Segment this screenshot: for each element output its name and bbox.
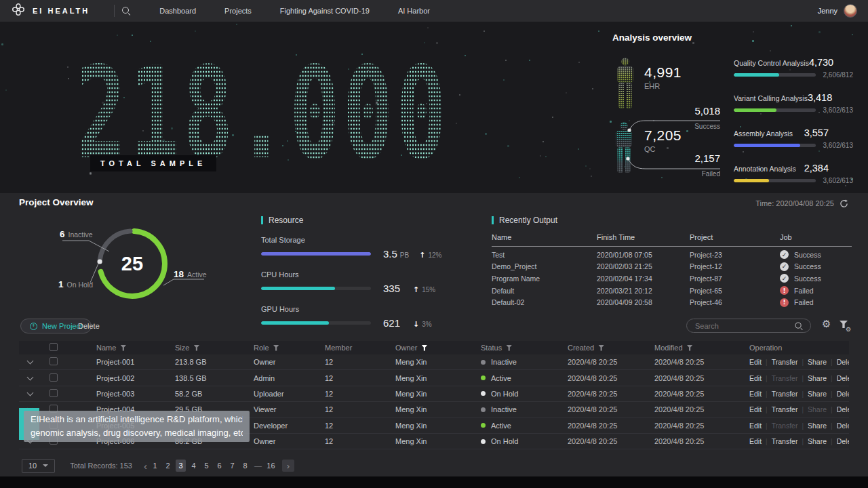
job-status-icon <box>780 298 789 307</box>
op-edit-link[interactable]: Edit <box>749 405 762 413</box>
recently-output-row: Demo_Project 2020/02/03 21:25 Project-12… <box>492 261 852 273</box>
op-edit-link[interactable]: Edit <box>749 374 762 382</box>
op-transfer-link[interactable]: Transfer <box>772 358 798 366</box>
tooltip-line-2: genomic analysis, drug discovery, medica… <box>31 426 243 440</box>
star-dot <box>753 31 754 33</box>
cell-name: Project-001 <box>77 358 156 366</box>
chevron-down-icon[interactable] <box>27 390 34 396</box>
project-status-donut: 25 6Inactive 1On Hold 18Active <box>37 220 261 322</box>
star-dot <box>552 117 553 118</box>
total-sample-label: TOTAL SAMPLE <box>90 155 216 171</box>
row-checkbox[interactable] <box>50 389 58 397</box>
op-share-link[interactable]: Share <box>808 358 827 366</box>
chevron-down-icon[interactable] <box>27 358 34 364</box>
page-button-active[interactable]: 3 <box>176 460 186 472</box>
filter-settings-icon[interactable]: ⚙ <box>840 321 850 331</box>
op-edit-link[interactable]: Edit <box>749 422 762 430</box>
page-button[interactable]: 16 <box>266 462 276 470</box>
filter-funnel-icon[interactable] <box>273 345 279 351</box>
row-checkbox[interactable] <box>50 373 58 382</box>
output-job: Success <box>780 274 852 283</box>
recently-output-column: Job <box>780 233 852 241</box>
op-transfer-link[interactable]: Transfer <box>772 390 798 398</box>
op-edit-link[interactable]: Edit <box>749 437 762 445</box>
nav-item-fighting-against-covid-19[interactable]: Fighting Against COVID-19 <box>280 7 370 15</box>
nav-item-dashboard[interactable]: Dashboard <box>159 7 196 15</box>
page-size-select[interactable]: 10 <box>22 459 55 473</box>
cell-owner: Meng Xin <box>376 358 462 366</box>
search-icon[interactable] <box>795 321 804 330</box>
page-button[interactable]: 2 <box>163 462 173 470</box>
op-delete-link[interactable]: Delete <box>837 422 849 430</box>
cell-member: 12 <box>306 437 376 445</box>
mini-gear-icon: ⚙ <box>846 327 851 333</box>
output-project: Project-65 <box>690 287 780 295</box>
filter-funnel-icon[interactable] <box>598 345 604 351</box>
next-page-button[interactable]: › <box>282 460 294 472</box>
row-checkbox[interactable] <box>50 357 58 365</box>
op-transfer-link[interactable]: Transfer <box>772 405 798 413</box>
job-status-text: Failed <box>794 298 814 306</box>
stat-ratio: 3,602/613 <box>823 106 854 114</box>
resource-value: 621 <box>383 317 400 329</box>
table-row: Project-001 213.8 GB Owner 12 Meng Xin I… <box>19 354 849 370</box>
op-share-link[interactable]: Share <box>808 422 827 430</box>
op-delete-link[interactable]: Delete <box>837 358 849 366</box>
page-button[interactable]: 5 <box>201 462 212 470</box>
op-transfer-link[interactable]: Transfer <box>772 437 798 445</box>
op-delete-link[interactable]: Delete <box>837 390 849 398</box>
filter-funnel-icon[interactable] <box>506 345 512 351</box>
resource-label: GPU Hours <box>261 305 461 313</box>
filter-funnel-icon[interactable] <box>421 345 427 351</box>
select-all-checkbox[interactable] <box>50 343 58 351</box>
nav-item-ai-harbor[interactable]: AI Harbor <box>398 7 430 15</box>
filter-funnel-icon[interactable] <box>120 345 126 351</box>
page-button[interactable]: 1 <box>150 462 160 470</box>
chevron-down-icon[interactable] <box>27 374 34 380</box>
recently-output-header: NameFinish TimeProjectJob <box>492 233 852 247</box>
analysis-stat: Variant Calling Analysis 3,418 3,602/613 <box>734 92 853 114</box>
stat-ratio: 2,606/812 <box>823 71 854 79</box>
search-icon[interactable] <box>121 6 131 16</box>
column-label: Name <box>96 344 116 352</box>
stat-progress-bar <box>734 179 816 182</box>
status-text: On Hold <box>491 390 518 398</box>
status-dot <box>481 439 486 444</box>
delete-button[interactable]: Delete <box>78 322 100 330</box>
op-separator: | <box>802 422 804 430</box>
user-name[interactable]: Jenny <box>818 7 837 15</box>
job-status-text: Failed <box>794 287 814 295</box>
output-finish-time: 2020/04/09 20:58 <box>597 298 690 306</box>
op-edit-link[interactable]: Edit <box>749 390 762 398</box>
op-share-link[interactable]: Share <box>808 437 827 445</box>
nav-divider <box>114 5 115 17</box>
star-dot <box>591 176 592 177</box>
filter-funnel-icon[interactable] <box>687 345 693 351</box>
page-button[interactable]: 6 <box>214 462 224 470</box>
op-delete-link[interactable]: Delete <box>837 437 849 445</box>
search-input[interactable] <box>694 321 794 331</box>
page-button[interactable]: 4 <box>189 462 199 470</box>
chevron-down-icon <box>43 464 48 467</box>
op-edit-link[interactable]: Edit <box>749 358 762 366</box>
cell-operations: Edit|Transfer|Share|Delete <box>730 390 849 398</box>
column-label: Created <box>568 344 594 352</box>
star-dot <box>503 79 505 81</box>
filter-funnel-icon[interactable] <box>193 345 199 351</box>
status-text: Active <box>491 422 511 430</box>
page-button[interactable]: 8 <box>240 462 250 470</box>
op-share-link[interactable]: Share <box>808 374 827 382</box>
nav-item-projects[interactable]: Projects <box>224 7 252 15</box>
status-text: Inactive <box>491 358 517 366</box>
avatar[interactable] <box>844 4 857 18</box>
op-delete-link[interactable]: Delete <box>837 405 849 413</box>
page-button[interactable]: 7 <box>227 462 237 470</box>
gear-icon[interactable]: ⚙ <box>822 319 831 329</box>
refresh-icon[interactable] <box>839 199 849 209</box>
arrow-up-icon: ↑ <box>413 285 419 294</box>
resource-item: Total Storage 3.5 PB ↑ 12% <box>261 236 461 260</box>
op-delete-link[interactable]: Delete <box>837 374 849 382</box>
trend-percent: 3% <box>422 321 431 328</box>
star-dot <box>484 30 485 32</box>
op-share-link[interactable]: Share <box>808 390 827 398</box>
